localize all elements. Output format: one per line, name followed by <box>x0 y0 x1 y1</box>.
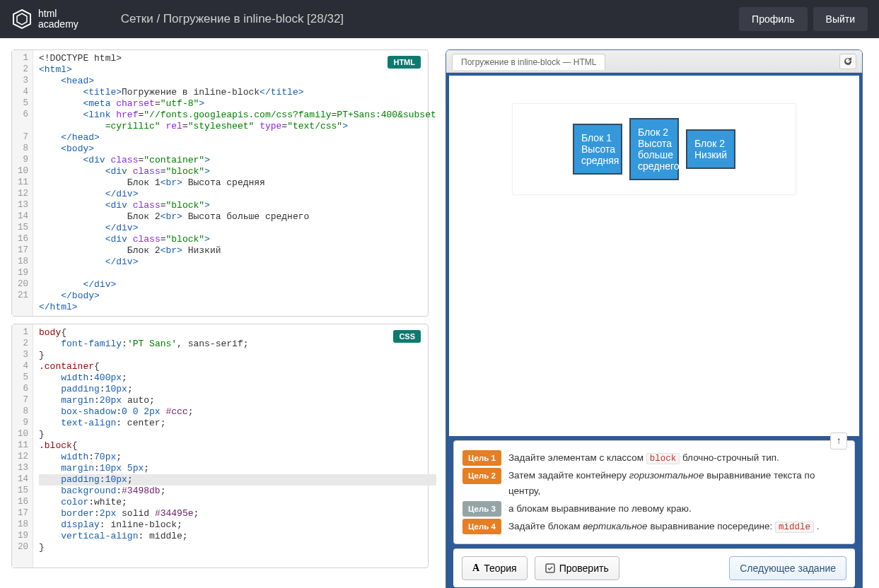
preview-block: Блок 2Низкий <box>686 129 735 169</box>
preview-body: Блок 1Высота средняяБлок 2Высота больше … <box>446 73 862 588</box>
logo[interactable]: htmlacademy <box>11 8 78 30</box>
goals-toggle-button[interactable]: ↑ <box>830 433 847 449</box>
goal-badge: Цель 3 <box>462 501 501 517</box>
preview-column: Погружение в inline-block — HTML Блок 1В… <box>446 49 863 588</box>
footer-bar: AТеория Проверить Следующее задание <box>453 548 855 587</box>
next-task-button[interactable]: Следующее задание <box>729 556 846 580</box>
html-editor[interactable]: HTML 123456789101112131415161718192021<!… <box>11 49 429 317</box>
refresh-button[interactable] <box>839 54 856 69</box>
css-editor[interactable]: CSS 1234567891011121314151617181920body{… <box>11 324 429 568</box>
goal-badge: Цель 2 <box>462 468 501 483</box>
preview-block: Блок 2Высота больше среднего <box>629 118 679 180</box>
goal-badge: Цель 1 <box>462 450 501 466</box>
goal-row: Цель 2Затем задайте контейнеру горизонта… <box>462 468 846 498</box>
pf-container: Блок 1Высота средняяБлок 2Высота больше … <box>513 104 796 194</box>
header: htmlacademy Сетки / Погружение в inline-… <box>0 0 879 38</box>
check-button[interactable]: Проверить <box>535 556 619 580</box>
main: HTML 123456789101112131415161718192021<!… <box>0 38 879 588</box>
logo-line1: html <box>38 8 78 19</box>
goal-text: Задайте элементам с классом block блочно… <box>508 450 779 466</box>
preview-frame: Блок 1Высота средняяБлок 2Высота больше … <box>449 76 859 436</box>
profile-button[interactable]: Профиль <box>739 7 807 31</box>
logo-line2: academy <box>38 19 78 30</box>
goal-badge: Цель 4 <box>462 519 501 534</box>
goal-row: Цель 3а блокам выравнивание по левому кр… <box>462 501 846 517</box>
goals-panel: ↑ Цель 1Задайте элементам с классом bloc… <box>453 440 855 544</box>
font-icon: A <box>472 563 479 574</box>
goal-text: Затем задайте контейнеру горизонтальное … <box>508 468 846 498</box>
preview-tab[interactable]: Погружение в inline-block — HTML <box>452 54 605 70</box>
preview-block: Блок 1Высота средняя <box>573 124 622 175</box>
theory-button[interactable]: AТеория <box>462 556 528 580</box>
breadcrumb[interactable]: Сетки / Погружение в inline-block [28/32… <box>121 12 344 26</box>
svg-marker-0 <box>13 10 30 28</box>
editors-column: HTML 123456789101112131415161718192021<!… <box>11 49 429 588</box>
refresh-icon <box>843 57 853 66</box>
goal-row: Цель 1Задайте элементам с классом block … <box>462 450 846 466</box>
logout-button[interactable]: Выйти <box>813 7 868 31</box>
check-icon <box>545 563 555 573</box>
goal-text: а блокам выравнивание по левому краю. <box>508 501 692 517</box>
goal-row: Цель 4Задайте блокам вертикальное выравн… <box>462 519 846 534</box>
goal-text: Задайте блокам вертикальное выравнивание… <box>508 519 820 534</box>
html-badge: HTML <box>388 56 421 69</box>
preview-header: Погружение в inline-block — HTML <box>446 50 862 73</box>
css-badge: CSS <box>393 330 421 343</box>
logo-icon <box>11 8 33 30</box>
svg-marker-1 <box>17 13 27 25</box>
